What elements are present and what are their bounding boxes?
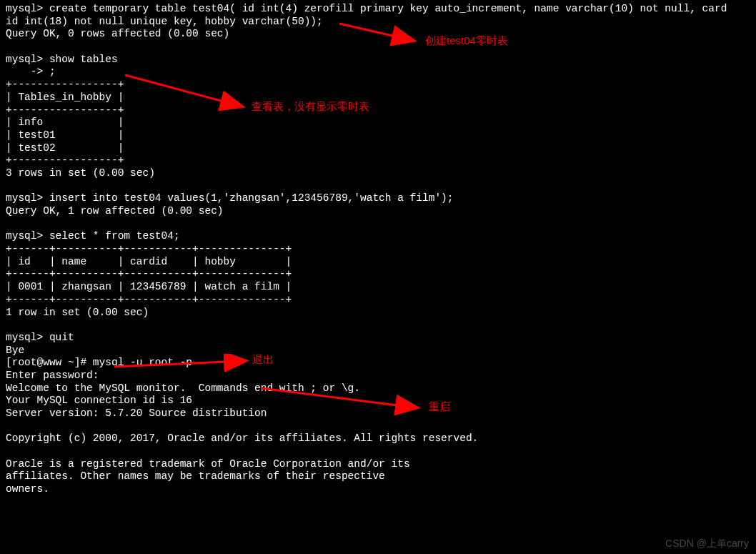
terminal-line: | test01 |	[6, 129, 124, 141]
terminal-line: +-----------------+	[6, 79, 124, 90]
terminal-line: Bye	[6, 345, 24, 356]
terminal-line: +------+----------+-----------+---------…	[6, 243, 292, 254]
terminal-line: Server version: 5.7.20 Source distributi…	[6, 407, 267, 419]
terminal-line: Enter password:	[6, 370, 99, 381]
terminal-line: | test02 |	[6, 142, 124, 154]
terminal-line: 1 row in set (0.00 sec)	[6, 307, 149, 318]
annotation-label: 查看表，没有显示零时表	[252, 100, 369, 113]
terminal-line: affiliates. Other names may be trademark…	[6, 470, 385, 482]
terminal-line: mysql> show tables	[6, 54, 118, 65]
terminal-line: owners.	[6, 483, 49, 495]
arrow-icon	[257, 385, 425, 417]
terminal-line: | info |	[6, 117, 124, 128]
terminal-line: id int(18) not null unique key, hobby va…	[6, 16, 323, 27]
terminal-line: mysql> insert into test04 values(1,'zhan…	[6, 192, 454, 204]
svg-line-3	[125, 75, 239, 106]
terminal-line: | 0001 | zhangsan | 123456789 | watch a …	[6, 281, 292, 292]
terminal-line: Copyright (c) 2000, 2017, Oracle and/or …	[6, 432, 478, 444]
terminal-output: mysql> create temporary table test04( id…	[6, 3, 750, 496]
watermark: CSDN @上单carry	[665, 538, 749, 550]
terminal-line: 3 rows in set (0.00 sec)	[6, 167, 155, 179]
terminal-line: mysql> quit	[6, 332, 74, 343]
terminal-line: mysql> select * from test04;	[6, 230, 180, 242]
terminal-line: +-----------------+	[6, 154, 124, 166]
arrow-icon	[336, 20, 422, 49]
svg-line-1	[339, 24, 411, 40]
terminal-line: -> ;	[6, 66, 56, 77]
terminal-line: mysql> create temporary table test04( id…	[6, 3, 727, 14]
arrow-icon	[121, 71, 250, 114]
arrow-icon	[111, 354, 250, 372]
svg-line-7	[261, 388, 414, 407]
terminal-line: Oracle is a registered trademark of Orac…	[6, 458, 410, 470]
terminal-line: +------+----------+-----------+---------…	[6, 294, 292, 305]
terminal-line: | Tables_in_hobby |	[6, 91, 124, 103]
svg-line-5	[114, 361, 243, 367]
terminal-line: Your MySQL connection id is 16	[6, 395, 192, 406]
terminal-line: +-----------------+	[6, 104, 124, 116]
terminal-line: Query OK, 1 row affected (0.00 sec)	[6, 205, 224, 217]
terminal-line: +------+----------+-----------+---------…	[6, 268, 292, 280]
annotation-label: 创建test04零时表	[425, 34, 508, 47]
annotation-label: 重启	[429, 400, 450, 413]
terminal-line: | id | name | cardid | hobby |	[6, 256, 292, 267]
annotation-label: 退出	[252, 353, 274, 366]
terminal-line: Query OK, 0 rows affected (0.00 sec)	[6, 28, 229, 39]
